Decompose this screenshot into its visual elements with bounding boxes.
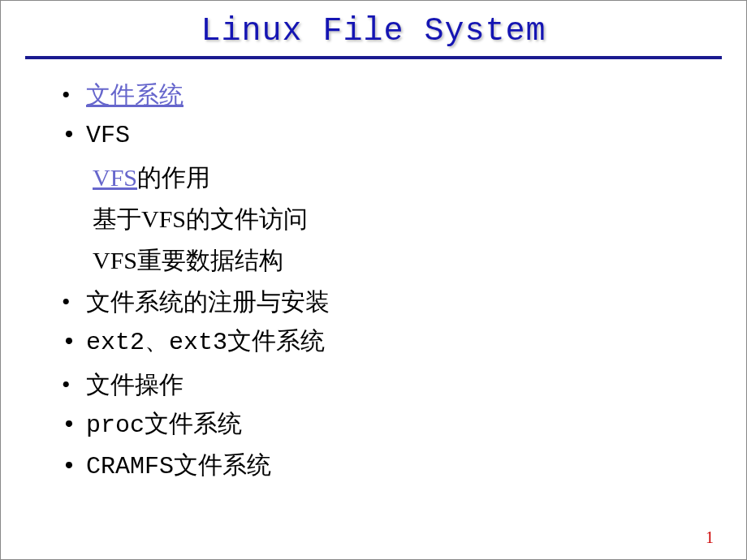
title-divider — [1, 56, 746, 59]
text-vfs: VFS — [86, 122, 130, 149]
bullet-item-vfs: VFS — [62, 115, 746, 157]
slide-container: Linux File System 文件系统 VFS VFS的作用 基于VFS的… — [1, 1, 746, 559]
slide-title: Linux File System — [1, 13, 746, 50]
bullet-item-filesystem: 文件系统 — [62, 74, 746, 115]
bullet-item-ext: ext2、ext3文件系统 — [62, 322, 746, 364]
bullet-item-cramfs: CRAMFS文件系统 — [62, 446, 746, 488]
content-list: 文件系统 VFS VFS的作用 基于VFS的文件访问 VFS重要数据结构 文件系… — [1, 74, 746, 488]
sub-item-vfs-struct: VFS重要数据结构 — [62, 239, 746, 281]
text-proc: proc文件系统 — [86, 411, 242, 439]
sub-item-vfs-access: 基于VFS的文件访问 — [62, 198, 746, 239]
text-fileop: 文件操作 — [86, 371, 184, 398]
text-vfs-struct: VFS重要数据结构 — [93, 247, 283, 274]
bullet-item-proc: proc文件系统 — [62, 405, 746, 446]
link-filesystem[interactable]: 文件系统 — [86, 81, 184, 108]
link-vfs[interactable]: VFS — [93, 164, 137, 191]
text-vfs-access: 基于VFS的文件访问 — [93, 205, 308, 232]
sub-item-vfs-role: VFS的作用 — [62, 157, 746, 198]
page-number: 1 — [706, 528, 714, 547]
bullet-item-fileop: 文件操作 — [62, 364, 746, 405]
text-register: 文件系统的注册与安装 — [86, 288, 330, 315]
text-cramfs: CRAMFS文件系统 — [86, 453, 271, 480]
text-ext: ext2、ext3文件系统 — [86, 329, 325, 356]
text-vfs-role: 的作用 — [137, 164, 210, 191]
bullet-item-register: 文件系统的注册与安装 — [62, 281, 746, 322]
